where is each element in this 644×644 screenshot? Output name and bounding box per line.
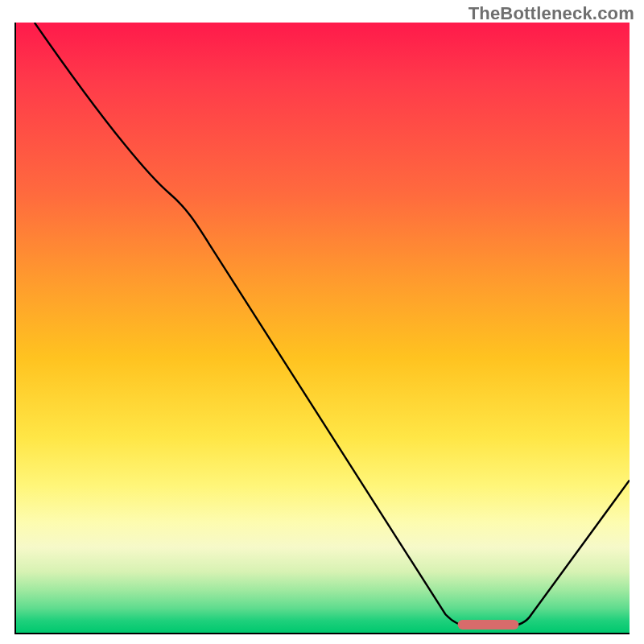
plot-frame: [14, 23, 630, 634]
line-series: [16, 23, 630, 633]
plot-area: [16, 23, 630, 633]
curve-path: [35, 23, 630, 626]
chart-container: TheBottleneck.com: [0, 0, 644, 644]
watermark-text: TheBottleneck.com: [469, 3, 634, 24]
optimal-marker: [458, 620, 519, 630]
